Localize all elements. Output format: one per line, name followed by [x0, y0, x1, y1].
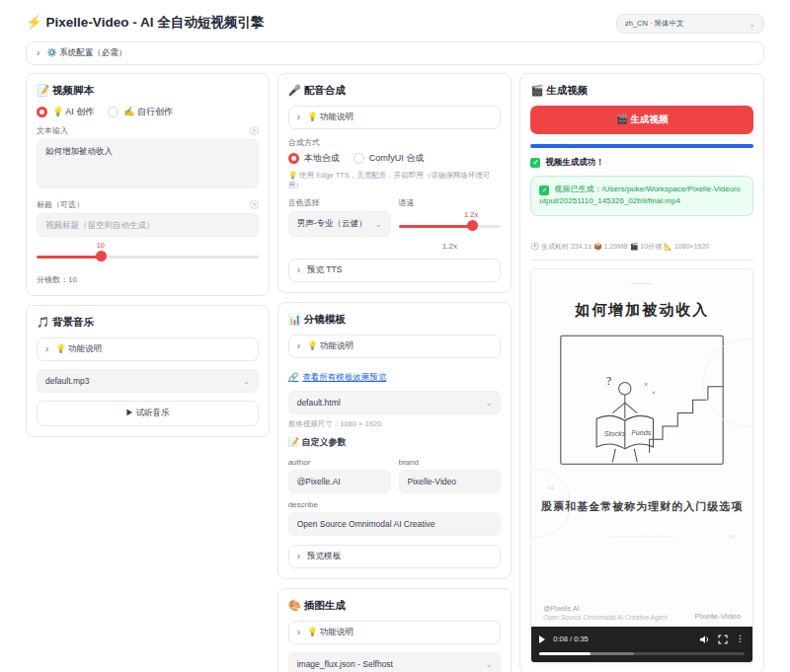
voice-select-field: 音色选择 男声-专业（云健） ⌄ — [288, 197, 391, 251]
book-right-text: Funds — [632, 428, 652, 436]
illustration-title: 🎨 插图生成 — [288, 599, 502, 613]
tts-preview-label: 预览 TTS — [307, 264, 342, 276]
voice-select-dropdown[interactable]: 男声-专业（云健） ⌄ — [288, 211, 391, 237]
slider-value-label: 10 — [97, 241, 105, 250]
generate-video-title: 🎬 生成视频 — [530, 84, 753, 98]
template-help-label: 💡 功能说明 — [307, 340, 354, 352]
close-quote-mark: ” — [728, 532, 735, 550]
result-box: ✓ 视频已生成：/Users/puke/Workspace/Pixelle-Vi… — [530, 176, 753, 216]
footer-author: @Pixelle.AI — [543, 605, 667, 612]
open-quote-mark: “ — [547, 483, 554, 500]
video-footer-left: @Pixelle.AI Open Source Omnimodal AI Cre… — [543, 605, 667, 621]
slider-handle[interactable] — [467, 220, 478, 231]
script-text-input[interactable]: 如何增加被动收入 — [37, 139, 259, 188]
video-script-card: 📝 视频脚本 💡 AI 创作 ✍️ 自行创作 文本输入 ? 如何增加被动收入 — [26, 73, 270, 296]
voice-select-value: 男声-专业（云健） — [297, 218, 367, 230]
final-size-note: 最终视频尺寸：1080 × 1920 — [288, 419, 502, 429]
synthesis-mode-radios: 本地合成 ComfyUI 合成 — [288, 152, 502, 165]
generate-video-button[interactable]: 🎬 生成视频 — [530, 106, 753, 134]
timestamp: 0:08 / 0:35 — [553, 635, 588, 643]
voice-help-accordion[interactable]: › 💡 功能说明 — [288, 106, 502, 129]
topbar: ⚡ Pixelle-Video - AI 全自动短视频引擎 zh_CN · 简体… — [0, 0, 790, 41]
edge-tts-hint: 💡 使用 Edge TTS，无需配置，开箱即用（请确保网络环境可用） — [288, 171, 502, 190]
radio-manual-label: ✍️ 自行创作 — [123, 106, 173, 118]
fullscreen-icon[interactable] — [718, 635, 728, 644]
voice-synthesis-title: 🎤 配音合成 — [288, 84, 502, 98]
book-left-text: Stocks — [604, 430, 626, 438]
brand-label: brand — [399, 458, 419, 467]
generation-progress-bar — [530, 144, 753, 148]
system-config-accordion[interactable]: › ⚙️ 系统配置（必需） — [26, 41, 764, 65]
result-label: 视频已生成： — [555, 185, 602, 193]
template-help-accordion[interactable]: › 💡 功能说明 — [288, 335, 502, 358]
slider-handle[interactable] — [96, 251, 107, 261]
language-selector[interactable]: zh_CN · 简体中文 ⌄ — [616, 14, 764, 34]
author-input[interactable] — [288, 470, 391, 493]
svg-text:?: ? — [606, 374, 612, 388]
shot-count-slider[interactable]: 10 — [37, 251, 259, 264]
video-frame[interactable]: 如何增加被动收入 ? — [531, 269, 752, 627]
workflow-value: image_flux.json - Selfhost — [297, 659, 393, 669]
chevron-right-icon: › — [297, 265, 300, 275]
template-preview-accordion[interactable]: › 预览模板 — [288, 545, 502, 568]
speed-slider[interactable]: 1.2x — [399, 220, 502, 234]
video-headline: 如何增加被动收入 — [531, 301, 752, 320]
app: ⚡ Pixelle-Video - AI 全自动短视频引擎 zh_CN · 简体… — [0, 0, 790, 672]
play-button[interactable] — [539, 635, 545, 643]
view-templates-link[interactable]: 🔗 查看所有模板效果预览 — [288, 372, 387, 384]
main-columns: 📝 视频脚本 💡 AI 创作 ✍️ 自行创作 文本输入 ? 如何增加被动收入 — [0, 73, 790, 672]
template-file-value: default.html — [297, 398, 341, 408]
info-icon[interactable]: ? — [250, 126, 259, 135]
synthesis-mode-label: 合成方式 — [288, 137, 502, 148]
language-value: zh_CN · 简体中文 — [625, 19, 684, 29]
decorative-dash — [631, 283, 653, 284]
preview-music-button[interactable]: ▶ 试听音乐 — [37, 401, 259, 426]
info-icon[interactable]: ? — [250, 200, 259, 209]
footer-description: Open Source Omnimodal AI Creative Agent — [543, 614, 667, 621]
radio-unselected-icon — [108, 107, 118, 117]
more-options-icon[interactable]: ⋮ — [736, 635, 745, 643]
background-music-title: 🎵 背景音乐 — [37, 316, 259, 330]
video-title-input[interactable] — [37, 213, 259, 237]
speed-readout: 1.2x — [399, 242, 502, 251]
left-column: 📝 视频脚本 💡 AI 创作 ✍️ 自行创作 文本输入 ? 如何增加被动收入 — [26, 73, 270, 437]
video-player[interactable]: 如何增加被动收入 ? — [530, 268, 753, 663]
music-file-dropdown[interactable]: default.mp3 ⌄ — [37, 369, 259, 393]
music-help-accordion[interactable]: › 💡 功能说明 — [37, 337, 259, 361]
brand-input[interactable] — [399, 470, 502, 493]
played-bar — [539, 652, 591, 655]
workflow-dropdown[interactable]: image_flux.json - Selfhost ⌄ — [288, 652, 502, 672]
text-input-label: 文本输入 — [37, 125, 68, 136]
footer-brand: Pixelle-Video — [694, 612, 741, 621]
slider-fill — [37, 256, 101, 259]
author-field: author — [288, 451, 391, 493]
system-config-label: ⚙️ 系统配置（必需） — [46, 47, 126, 59]
status-text: 视频生成成功！ — [545, 157, 604, 169]
background-music-card: 🎵 背景音乐 › 💡 功能说明 default.mp3 ⌄ ▶ 试听音乐 — [26, 305, 270, 437]
radio-manual-create[interactable]: ✍️ 自行创作 — [108, 106, 173, 118]
divider — [530, 260, 753, 261]
chevron-right-icon: › — [45, 344, 48, 354]
right-column: 🎬 生成视频 🎬 生成视频 ✓ 视频生成成功！ ✓ 视频已生成：/Users/p… — [519, 73, 764, 672]
tts-preview-accordion[interactable]: › 预览 TTS — [288, 259, 502, 282]
music-help-label: 💡 功能说明 — [55, 343, 102, 355]
chevron-down-icon: ⌄ — [486, 660, 493, 669]
radio-comfyui-synthesis[interactable]: ComfyUI 合成 — [354, 152, 425, 165]
slider-value-label: 1.2x — [464, 210, 478, 219]
describe-input[interactable] — [288, 512, 502, 536]
chevron-down-icon: ⌄ — [375, 220, 382, 229]
speed-field: 语速 1.2x 1.2x — [399, 197, 502, 251]
radio-local-synthesis[interactable]: 本地合成 — [288, 152, 340, 165]
radio-ai-create[interactable]: 💡 AI 创作 — [37, 106, 94, 118]
chevron-right-icon: › — [297, 112, 300, 122]
custom-params-title: 📝 自定义参数 — [288, 436, 502, 449]
view-templates-label: 查看所有模板效果预览 — [302, 372, 386, 384]
volume-icon[interactable] — [699, 635, 710, 644]
video-progress-bar[interactable] — [539, 652, 745, 655]
template-file-dropdown[interactable]: default.html ⌄ — [288, 391, 502, 414]
voice-help-label: 💡 功能说明 — [307, 112, 354, 123]
radio-ai-label: 💡 AI 创作 — [52, 106, 94, 118]
chevron-down-icon: ⌄ — [749, 20, 755, 29]
illustration-help-accordion[interactable]: › 💡 功能说明 — [288, 621, 502, 644]
video-script-title: 📝 视频脚本 — [37, 84, 259, 98]
